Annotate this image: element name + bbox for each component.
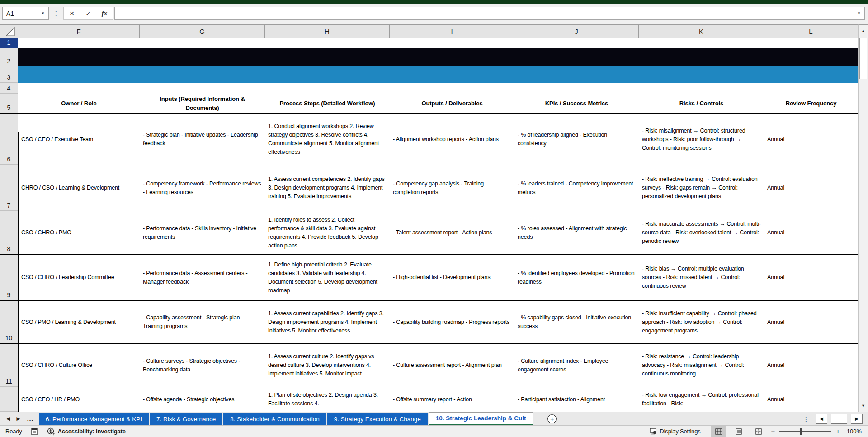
cell-review-r11[interactable]: Annual: [764, 344, 858, 387]
row-header-12[interactable]: [0, 387, 18, 412]
column-header-I[interactable]: I: [390, 25, 514, 38]
hscroll-left-icon[interactable]: ◀: [816, 414, 827, 424]
header-cell-risks[interactable]: Risks / Controls: [639, 94, 764, 113]
cell-review-r6[interactable]: Annual: [764, 114, 858, 165]
view-page-break-button[interactable]: [751, 426, 766, 437]
cell-inputs-r8[interactable]: - Performance data - Skills inventory - …: [140, 211, 265, 254]
cell-kpis-r8[interactable]: - % roles assessed - Alignment with stra…: [514, 211, 639, 254]
macro-record-icon[interactable]: [31, 428, 38, 435]
column-header-H[interactable]: H: [265, 25, 390, 38]
row-header-1[interactable]: 1: [0, 38, 18, 48]
sheet-tab-7[interactable]: 7. Risk & Governance: [150, 413, 222, 425]
column-header-L[interactable]: L: [764, 25, 858, 38]
cell-inputs-r9[interactable]: - Performance data - Assessment centers …: [140, 255, 265, 300]
cell-risks-r12[interactable]: - Risk: low engagement → Control: profes…: [639, 387, 764, 412]
cell-process-r6[interactable]: 1. Conduct alignment workshops 2. Review…: [265, 114, 390, 165]
header-cell-outputs[interactable]: Outputs / Deliverables: [390, 94, 514, 113]
tab-scroll-left-icon[interactable]: ◀: [6, 416, 10, 422]
cell-inputs-r12[interactable]: - Offsite agenda - Strategic objectives: [140, 387, 265, 412]
header-cell-process[interactable]: Process Steps (Detailed Workflow): [265, 94, 390, 113]
tab-overflow-icon[interactable]: …: [27, 415, 33, 423]
cell-kpis-r9[interactable]: - % identified employees developed - Pro…: [514, 255, 639, 300]
sheet-tab-8[interactable]: 8. Stakeholder & Communication: [223, 413, 326, 425]
column-header-F[interactable]: F: [18, 25, 140, 38]
cell-process-r12[interactable]: 1. Plan offsite objectives 2. Design age…: [265, 387, 390, 412]
header-cell-owner[interactable]: Owner / Role: [18, 94, 140, 113]
cell-owner-r7[interactable]: CHRO / CSO / Learning & Development: [18, 165, 140, 211]
row-3-band[interactable]: [18, 66, 858, 83]
cell-outputs-r11[interactable]: - Culture assessment report - Alignment …: [390, 344, 514, 387]
cell-risks-r9[interactable]: - Risk: bias → Control: multiple evaluat…: [639, 255, 764, 300]
column-header-K[interactable]: K: [639, 25, 764, 38]
display-settings-button[interactable]: Display Settings: [650, 428, 700, 435]
row-header-7[interactable]: 7: [0, 165, 18, 211]
row-1-band[interactable]: [18, 38, 858, 48]
tab-scroll-right-icon[interactable]: ▶: [16, 416, 20, 422]
header-cell-review[interactable]: Review Frequency: [764, 94, 858, 113]
cell-risks-r7[interactable]: - Risk: ineffective training → Control: …: [639, 165, 764, 211]
enter-icon[interactable]: ✓: [81, 10, 95, 17]
scroll-up-icon[interactable]: ▲: [859, 25, 868, 37]
cell-review-r9[interactable]: Annual: [764, 255, 858, 300]
zoom-slider[interactable]: [779, 426, 831, 437]
cell-kpis-r10[interactable]: - % capability gaps closed - Initiative …: [514, 301, 639, 343]
cell-process-r7[interactable]: 1. Assess current competencies 2. Identi…: [265, 165, 390, 211]
cell-owner-r11[interactable]: CSO / CHRO / Culture Office: [18, 344, 140, 387]
accessibility-status[interactable]: Accessibility: Investigate: [47, 428, 126, 436]
row-2-band[interactable]: [18, 48, 858, 66]
cell-review-r8[interactable]: Annual: [764, 211, 858, 254]
cell-outputs-r8[interactable]: - Talent assessment report - Action plan…: [390, 211, 514, 254]
new-sheet-button[interactable]: +: [547, 412, 557, 425]
row-header-9[interactable]: 9: [0, 255, 18, 300]
cell-review-r7[interactable]: Annual: [764, 165, 858, 211]
row-header-2[interactable]: 2: [0, 48, 18, 66]
cell-process-r11[interactable]: 1. Assess current culture 2. Identify ga…: [265, 344, 390, 387]
view-page-layout-button[interactable]: [731, 426, 746, 437]
cell-owner-r6[interactable]: CSO / CEO / Executive Team: [18, 114, 140, 165]
cell-risks-r8[interactable]: - Risk: inaccurate assessments → Control…: [639, 211, 764, 254]
formula-bar-expand-icon[interactable]: ▼: [857, 11, 861, 15]
cell-inputs-r10[interactable]: - Capability assessment - Strategic plan…: [140, 301, 265, 343]
column-header-G[interactable]: G: [140, 25, 265, 38]
sheet-tab-6[interactable]: 6. Performance Management & KPI: [39, 413, 149, 425]
vertical-scrollbar-thumb[interactable]: [859, 38, 867, 79]
cell-risks-r6[interactable]: - Risk: misalignment → Control: structur…: [639, 114, 764, 165]
cell-outputs-r7[interactable]: - Competency gap analysis - Training com…: [390, 165, 514, 211]
zoom-out-button[interactable]: −: [771, 428, 775, 435]
header-cell-inputs[interactable]: Inputs (Required Information & Documents…: [140, 94, 265, 113]
row-header-4[interactable]: 4: [0, 83, 18, 94]
cell-outputs-r12[interactable]: - Offsite summary report - Action: [390, 387, 514, 412]
cell-outputs-r10[interactable]: - Capability building roadmap - Progress…: [390, 301, 514, 343]
cell-inputs-r11[interactable]: - Culture surveys - Strategic objectives…: [140, 344, 265, 387]
cell-process-r9[interactable]: 1. Define high-potential criteria 2. Eva…: [265, 255, 390, 300]
zoom-slider-thumb[interactable]: [800, 428, 802, 435]
column-header-J[interactable]: J: [514, 25, 639, 38]
cell-owner-r8[interactable]: CSO / CHRO / PMO: [18, 211, 140, 254]
cell-inputs-r7[interactable]: - Competency framework - Performance rev…: [140, 165, 265, 211]
horizontal-scrollbar-thumb[interactable]: [831, 414, 847, 424]
cell-kpis-r6[interactable]: - % of leadership aligned - Execution co…: [514, 114, 639, 165]
cell-kpis-r11[interactable]: - Culture alignment index - Employee eng…: [514, 344, 639, 387]
cell-outputs-r9[interactable]: - High-potential list - Development plan…: [390, 255, 514, 300]
header-cell-kpis[interactable]: KPIs / Success Metrics: [514, 94, 639, 113]
sheet-tab-10[interactable]: 10. Strategic Leadership & Cult: [429, 412, 533, 425]
row-header-10[interactable]: 10: [0, 301, 18, 343]
cell-kpis-r7[interactable]: - % leaders trained - Competency improve…: [514, 165, 639, 211]
cell-outputs-r6[interactable]: - Alignment workshop reports - Action pl…: [390, 114, 514, 165]
formula-bar[interactable]: ▼: [114, 7, 865, 20]
zoom-level[interactable]: 100%: [844, 428, 862, 435]
cell-risks-r10[interactable]: - Risk: insufficient capability → Contro…: [639, 301, 764, 343]
zoom-in-button[interactable]: +: [836, 428, 840, 435]
row-header-11[interactable]: 11: [0, 344, 18, 387]
vertical-scrollbar[interactable]: ▲ ▼: [858, 24, 868, 412]
cell-owner-r9[interactable]: CSO / CHRO / Leadership Committee: [18, 255, 140, 300]
hscroll-right-icon[interactable]: ▶: [851, 414, 863, 424]
cell-kpis-r12[interactable]: - Participant satisfaction - Alignment: [514, 387, 639, 412]
insert-function-icon[interactable]: fx: [98, 10, 111, 17]
row-header-6[interactable]: 6: [0, 114, 18, 165]
cell-process-r8[interactable]: 1. Identify roles to assess 2. Collect p…: [265, 211, 390, 254]
cell-inputs-r6[interactable]: - Strategic plan - Initiative updates - …: [140, 114, 265, 165]
name-box-dropdown-icon[interactable]: ▼: [41, 11, 45, 15]
cell-process-r10[interactable]: 1. Assess current capabilities 2. Identi…: [265, 301, 390, 343]
sheet-tab-9[interactable]: 9. Strategy Execution & Change: [327, 413, 428, 425]
